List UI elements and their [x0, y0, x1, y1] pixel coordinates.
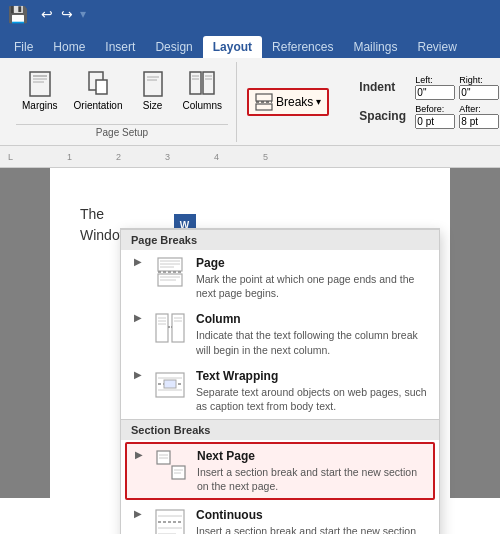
spacing-label: Spacing: [359, 109, 409, 123]
ribbon-tabs: File Home Insert Design Layout Reference…: [0, 28, 500, 58]
section-breaks-header: Section Breaks: [121, 419, 439, 440]
undo-button[interactable]: ↩: [38, 4, 56, 24]
spacing-after: After:: [459, 104, 499, 129]
dropdown-item-page[interactable]: ▶ Page Mark the point at which one page …: [121, 250, 439, 306]
document-area: The WindowsClub W Page Breaks ▶: [0, 168, 500, 498]
svg-rect-15: [256, 94, 272, 101]
doc-margin-left: [0, 168, 50, 498]
margins-button[interactable]: Margins: [16, 66, 64, 115]
tab-home[interactable]: Home: [43, 36, 95, 58]
ribbon-content: Margins Orientation: [0, 58, 500, 146]
svg-rect-17: [256, 104, 272, 110]
orientation-label: Orientation: [74, 100, 123, 111]
tab-review[interactable]: Review: [407, 36, 466, 58]
continuous-break-icon: [154, 508, 186, 534]
continuous-item-text: Continuous Insert a section break and st…: [196, 508, 429, 534]
breaks-icon: [255, 93, 273, 111]
svg-rect-9: [190, 72, 201, 94]
page-setup-label: Page Setup: [16, 124, 228, 138]
title-bar: 💾 ↩ ↪ ▾: [0, 0, 500, 28]
column-break-icon: [154, 312, 186, 344]
spacing-controls: Before: After:: [415, 104, 499, 129]
undo-redo-group: ↩ ↪ ▾: [38, 4, 88, 24]
page-item-desc: Mark the point at which one page ends an…: [196, 272, 429, 300]
doc-logo-line1: The: [80, 204, 166, 225]
ruler: L 1 2 3 4 5: [0, 146, 500, 168]
indent-spacing-area: Indent Left: Right: Spacing Before:: [349, 71, 500, 133]
textwrapping-item-desc: Separate text around objects on web page…: [196, 385, 429, 413]
spacing-after-input[interactable]: [459, 114, 499, 129]
indent-label: Indent: [359, 80, 409, 94]
breaks-button[interactable]: Breaks ▾: [247, 88, 329, 116]
breaks-dropdown: Page Breaks ▶ Page Mark the point at whi: [120, 228, 440, 534]
size-icon: [139, 70, 167, 98]
nextpage-arrow-icon: ▶: [135, 449, 143, 460]
page-item-title: Page: [196, 256, 429, 270]
save-icon[interactable]: 💾: [8, 5, 28, 24]
redo-button[interactable]: ↪: [58, 4, 76, 24]
dropdown-item-continuous[interactable]: ▶ Continuous Insert a section break and …: [121, 502, 439, 534]
breaks-arrow-icon: ▾: [316, 96, 321, 107]
indent-right: Right:: [459, 75, 499, 100]
margins-label: Margins: [22, 100, 58, 111]
page-arrow-icon: ▶: [134, 256, 142, 267]
textwrapping-item-text: Text Wrapping Separate text around objec…: [196, 369, 429, 413]
continuous-item-title: Continuous: [196, 508, 429, 522]
orientation-icon: [84, 70, 112, 98]
column-item-text: Column Indicate that the text following …: [196, 312, 429, 356]
textwrapping-arrow-icon: ▶: [134, 369, 142, 380]
indent-left: Left:: [415, 75, 455, 100]
continuous-item-desc: Insert a section break and start the new…: [196, 524, 429, 534]
nextpage-item-desc: Insert a section break and start the new…: [197, 465, 425, 493]
size-label: Size: [143, 100, 162, 111]
columns-label: Columns: [183, 100, 222, 111]
nextpage-item-title: Next Page: [197, 449, 425, 463]
breaks-label: Breaks: [276, 95, 313, 109]
qat-separator: ▾: [80, 7, 86, 21]
columns-button[interactable]: Columns: [177, 66, 228, 115]
tab-layout[interactable]: Layout: [203, 36, 262, 58]
tab-file[interactable]: File: [4, 36, 43, 58]
svg-rect-38: [164, 380, 176, 388]
svg-rect-6: [144, 72, 162, 96]
indent-row: Indent Left: Right:: [359, 75, 499, 100]
page-break-icon: [154, 256, 186, 288]
spacing-before: Before:: [415, 104, 455, 129]
column-item-desc: Indicate that the text following the col…: [196, 328, 429, 356]
tab-mailings[interactable]: Mailings: [343, 36, 407, 58]
svg-rect-5: [96, 80, 107, 94]
columns-icon: [188, 70, 216, 98]
tab-design[interactable]: Design: [145, 36, 202, 58]
page-setup-group: Margins Orientation: [8, 62, 237, 142]
ruler-marks: L 1 2 3 4 5: [8, 152, 268, 162]
nextpage-item-text: Next Page Insert a section break and sta…: [197, 449, 425, 493]
breaks-area: Breaks ▾: [237, 82, 339, 122]
size-button[interactable]: Size: [133, 66, 173, 115]
svg-rect-10: [203, 72, 214, 94]
textwrapping-item-title: Text Wrapping: [196, 369, 429, 383]
nextpage-break-icon: [155, 449, 187, 481]
page-item-text: Page Mark the point at which one page en…: [196, 256, 429, 300]
tab-references[interactable]: References: [262, 36, 343, 58]
dropdown-item-column[interactable]: ▶ Column Indicate that the text followin…: [121, 306, 439, 362]
tab-insert[interactable]: Insert: [95, 36, 145, 58]
spacing-before-input[interactable]: [415, 114, 455, 129]
page-setup-buttons: Margins Orientation: [16, 66, 228, 124]
page-breaks-header: Page Breaks: [121, 229, 439, 250]
dropdown-item-textwrapping[interactable]: ▶ Text Wrapping Separate text around obj…: [121, 363, 439, 419]
indent-controls: Left: Right:: [415, 75, 499, 100]
continuous-arrow-icon: ▶: [134, 508, 142, 519]
indent-left-input[interactable]: [415, 85, 455, 100]
orientation-button[interactable]: Orientation: [68, 66, 129, 115]
textwrapping-break-icon: [154, 369, 186, 401]
dropdown-item-nextpage[interactable]: ▶ Next Page Insert a section break and s…: [125, 442, 435, 500]
column-arrow-icon: ▶: [134, 312, 142, 323]
column-item-title: Column: [196, 312, 429, 326]
indent-right-input[interactable]: [459, 85, 499, 100]
margins-icon: [26, 70, 54, 98]
spacing-row: Spacing Before: After:: [359, 104, 499, 129]
